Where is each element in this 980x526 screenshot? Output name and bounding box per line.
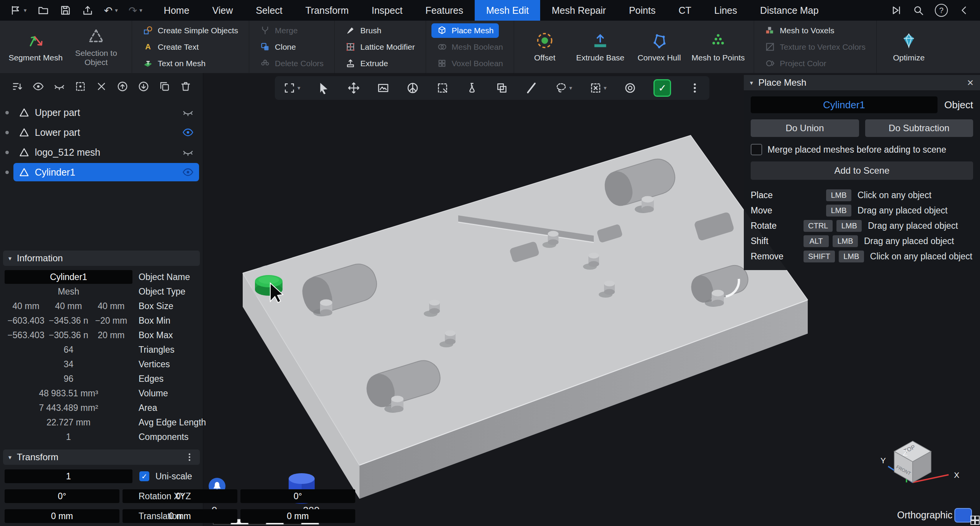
information-title: Information bbox=[17, 253, 63, 264]
close-panel-button[interactable]: ✕ bbox=[967, 78, 974, 88]
collapse-toolbar-button[interactable] bbox=[959, 5, 970, 16]
rotation-z-input[interactable] bbox=[240, 489, 355, 503]
create-simple-objects-button[interactable]: Create Simple Objects bbox=[137, 23, 243, 38]
lasso-select-button[interactable]: ▾ bbox=[555, 82, 572, 94]
mesh-boolean-button[interactable]: Mesh Boolean bbox=[431, 40, 508, 54]
object-row-lower-part[interactable]: Lower part bbox=[5, 123, 199, 142]
tab-features[interactable]: Features bbox=[414, 0, 475, 21]
show-all-button[interactable] bbox=[33, 81, 44, 92]
optimize-icon bbox=[900, 31, 918, 50]
projection-indicator[interactable]: Orthographic bbox=[897, 508, 979, 524]
menu-tabs: Home View Select Transform Inspect Featu… bbox=[152, 0, 880, 21]
add-to-scene-button[interactable]: Add to Scene bbox=[751, 161, 973, 180]
transform-options-icon[interactable] bbox=[185, 452, 194, 462]
save-button[interactable] bbox=[60, 5, 71, 16]
hide-all-button[interactable] bbox=[54, 81, 65, 92]
brush-button[interactable]: Brush bbox=[340, 23, 387, 38]
scale-input[interactable] bbox=[5, 469, 132, 483]
redo-button[interactable]: ↷ ▾ bbox=[129, 5, 142, 16]
move-object-down-button[interactable] bbox=[138, 81, 149, 92]
delete-object-button[interactable] bbox=[180, 81, 191, 92]
undo-button[interactable]: ↶ ▾ bbox=[104, 5, 118, 16]
open-file-button[interactable] bbox=[38, 5, 49, 16]
confirm-button[interactable]: ✓ bbox=[653, 79, 671, 97]
extrude-button[interactable]: Extrude bbox=[340, 56, 393, 71]
place-mesh-panel-header[interactable]: ▾ Place Mesh ✕ bbox=[744, 75, 980, 90]
tab-home[interactable]: Home bbox=[152, 0, 201, 21]
next-panel-button[interactable] bbox=[890, 5, 902, 16]
marquee-select-button[interactable] bbox=[436, 82, 449, 94]
fit-view-button[interactable]: ▾ bbox=[283, 82, 301, 94]
create-text-button[interactable]: A Create Text bbox=[137, 40, 204, 54]
do-subtraction-button[interactable]: Do Subtraction bbox=[865, 119, 973, 137]
object-row-logo-512-mesh[interactable]: logo_512 mesh bbox=[5, 143, 199, 162]
select-cursor-button[interactable] bbox=[318, 82, 330, 94]
lattice-modifier-button[interactable]: Lattice Modifier bbox=[340, 40, 420, 54]
tab-select[interactable]: Select bbox=[244, 0, 294, 21]
tab-ct[interactable]: CT bbox=[667, 0, 702, 21]
convex-hull-button[interactable]: Convex Hull bbox=[630, 31, 688, 62]
tab-inspect[interactable]: Inspect bbox=[360, 0, 414, 21]
sphere-select-button[interactable] bbox=[407, 82, 419, 94]
sort-objects-button[interactable] bbox=[11, 81, 23, 92]
object-row-cylinder1[interactable]: Cylinder1 bbox=[5, 163, 199, 182]
tab-mesh-repair[interactable]: Mesh Repair bbox=[540, 0, 617, 21]
machined-plate-mesh[interactable] bbox=[243, 135, 808, 499]
offset-button[interactable]: Offset bbox=[519, 31, 570, 62]
object-name-input[interactable] bbox=[5, 270, 132, 284]
select-all-button[interactable] bbox=[75, 81, 86, 92]
help-button[interactable]: ? bbox=[935, 4, 948, 17]
mesh-to-voxels-button[interactable]: Mesh to Voxels bbox=[760, 23, 840, 38]
duplicate-object-button[interactable] bbox=[159, 81, 170, 92]
search-button[interactable] bbox=[913, 5, 924, 16]
mesh-to-points-button[interactable]: Mesh to Points bbox=[688, 31, 748, 62]
do-union-button[interactable]: Do Union bbox=[751, 119, 859, 137]
translation-z-input[interactable] bbox=[240, 509, 355, 523]
close-icon: ✕ bbox=[967, 78, 974, 88]
voxel-boolean-button[interactable]: Voxel Boolean bbox=[431, 56, 508, 71]
visibility-visible-icon[interactable] bbox=[182, 166, 194, 178]
visible-select-button[interactable] bbox=[377, 82, 389, 94]
clone-button[interactable]: Clone bbox=[255, 40, 301, 54]
tab-points[interactable]: Points bbox=[617, 0, 667, 21]
information-section-header[interactable]: ▾ Information bbox=[3, 251, 200, 266]
delete-colors-button[interactable]: Delete Colors bbox=[255, 56, 329, 71]
deselect-all-button[interactable] bbox=[96, 81, 107, 92]
transform-section-header[interactable]: ▾ Transform bbox=[3, 449, 200, 465]
tab-distance-map[interactable]: Distance Map bbox=[749, 0, 830, 21]
line-cut-button[interactable] bbox=[525, 82, 537, 94]
segment-mesh-button[interactable]: Segment Mesh bbox=[5, 31, 66, 62]
rotation-x-input[interactable] bbox=[5, 489, 119, 503]
app-menu-button[interactable]: ▾ bbox=[10, 5, 27, 16]
rectangle-select-button[interactable]: ▾ bbox=[590, 82, 607, 94]
extrude-base-button[interactable]: Extrude Base bbox=[570, 31, 630, 62]
tab-view[interactable]: View bbox=[201, 0, 245, 21]
uniscale-checkbox[interactable]: ✓ bbox=[139, 471, 149, 481]
object-row-upper-part[interactable]: Upper part bbox=[5, 103, 199, 122]
text-on-mesh-button[interactable]: Text on Mesh bbox=[137, 56, 211, 71]
optimize-button[interactable]: Optimize bbox=[882, 31, 936, 62]
ring-select-button[interactable] bbox=[624, 82, 636, 94]
merge-button[interactable]: Merge bbox=[255, 23, 303, 38]
merge-checkbox[interactable] bbox=[751, 144, 762, 155]
place-mesh-object-input[interactable] bbox=[751, 96, 938, 113]
project-color-button[interactable]: Project Color bbox=[760, 56, 831, 71]
place-mesh-button[interactable]: Place Mesh bbox=[431, 23, 499, 38]
visibility-hidden-icon[interactable] bbox=[182, 107, 194, 118]
translation-x-input[interactable] bbox=[5, 509, 119, 523]
tab-mesh-edit[interactable]: Mesh Edit bbox=[475, 0, 540, 21]
move-object-up-button[interactable] bbox=[117, 81, 128, 92]
box-multi-select-button[interactable] bbox=[496, 82, 508, 94]
tab-lines[interactable]: Lines bbox=[703, 0, 749, 21]
viewport-3d[interactable]: 0 200 TOP FRONT X Y Z bbox=[203, 73, 980, 526]
move-tool-button[interactable] bbox=[348, 82, 360, 94]
texture-to-vertex-colors-button[interactable]: Texture to Vertex Colors bbox=[760, 40, 871, 54]
visibility-visible-icon[interactable] bbox=[182, 127, 194, 138]
export-button[interactable] bbox=[82, 5, 93, 16]
navigation-cube[interactable]: TOP FRONT X Y Z bbox=[880, 441, 959, 482]
toolbar-menu-button[interactable] bbox=[689, 82, 701, 94]
visibility-hidden-icon[interactable] bbox=[182, 147, 194, 158]
tab-transform[interactable]: Transform bbox=[294, 0, 360, 21]
cylinder-select-button[interactable] bbox=[466, 82, 478, 94]
selection-to-object-button[interactable]: Selection to Object bbox=[66, 27, 126, 67]
